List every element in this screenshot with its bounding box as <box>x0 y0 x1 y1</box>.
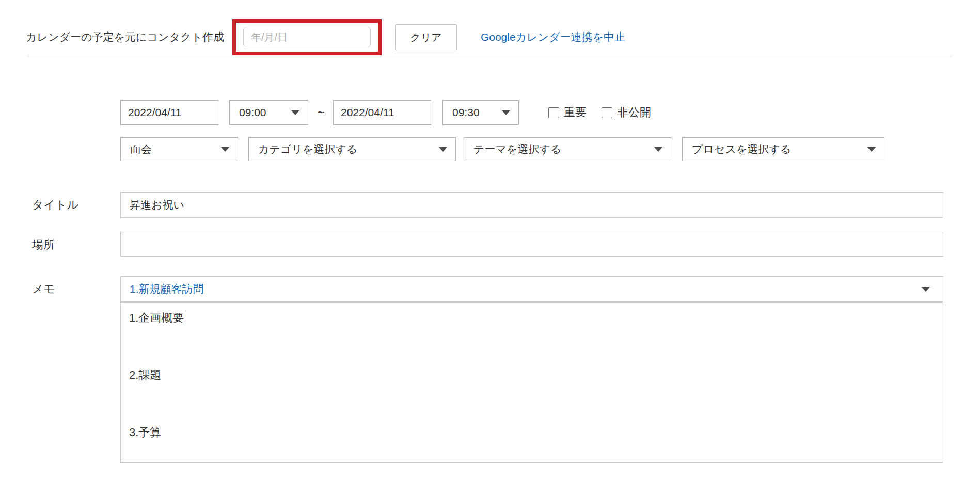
memo-template-select[interactable]: 1.新規顧客訪問 <box>120 276 943 302</box>
stop-google-sync-link[interactable]: Googleカレンダー連携を中止 <box>481 30 625 44</box>
calendar-import-label: カレンダーの予定を元にコンタクト作成 <box>26 30 224 44</box>
end-date-input[interactable] <box>333 100 431 125</box>
end-time-value: 09:30 <box>452 106 480 119</box>
calendar-date-input[interactable] <box>243 27 371 47</box>
contact-type-select[interactable]: 面会 <box>120 137 238 161</box>
category-value: カテゴリを選択する <box>258 142 357 156</box>
category-select[interactable]: カテゴリを選択する <box>248 137 456 161</box>
chevron-down-icon <box>654 147 662 152</box>
important-checkbox[interactable] <box>548 107 559 118</box>
process-select[interactable]: プロセスを選択する <box>682 137 884 161</box>
start-date-input[interactable] <box>120 100 218 125</box>
schedule-label-spacer <box>0 100 120 105</box>
location-input[interactable] <box>120 232 943 257</box>
end-time-select[interactable]: 09:30 <box>442 100 519 125</box>
highlight-annotation-box <box>232 19 382 55</box>
schedule-row: 09:00 ~ 09:30 重要 非公開 <box>0 100 980 125</box>
location-content <box>120 232 943 257</box>
flag-checkboxes: 重要 非公開 <box>548 105 651 120</box>
memo-template-value: 1.新規顧客訪問 <box>130 282 204 296</box>
memo-row: メモ 1.新規顧客訪問 1.企画概要 2.課題 3.予算 <box>0 276 980 463</box>
chevron-down-icon <box>291 110 299 115</box>
chevron-down-icon <box>867 147 876 152</box>
location-row: 場所 <box>0 232 980 257</box>
theme-select[interactable]: テーマを選択する <box>464 137 671 161</box>
memo-content: 1.新規顧客訪問 1.企画概要 2.課題 3.予算 <box>120 276 943 463</box>
classification-row: 面会 カテゴリを選択する テーマを選択する プロセスを選択する <box>0 137 980 161</box>
important-check-item[interactable]: 重要 <box>548 105 587 120</box>
important-label: 重要 <box>564 105 587 120</box>
title-content <box>120 192 943 218</box>
theme-value: テーマを選択する <box>473 142 561 156</box>
private-check-item[interactable]: 非公開 <box>602 105 651 120</box>
classification-controls: 面会 カテゴリを選択する テーマを選択する プロセスを選択する <box>120 137 884 161</box>
private-checkbox[interactable] <box>602 107 612 118</box>
chevron-down-icon <box>502 110 510 115</box>
clear-button[interactable]: クリア <box>395 24 457 50</box>
process-value: プロセスを選択する <box>692 142 791 156</box>
title-row: タイトル <box>0 192 980 218</box>
contact-type-value: 面会 <box>130 142 152 156</box>
private-label: 非公開 <box>617 105 651 120</box>
memo-textarea[interactable]: 1.企画概要 2.課題 3.予算 <box>120 302 943 463</box>
start-time-value: 09:00 <box>239 106 266 119</box>
title-input[interactable] <box>120 192 943 218</box>
location-label: 場所 <box>0 232 120 252</box>
calendar-import-header: カレンダーの予定を元にコンタクト作成 クリア Googleカレンダー連携を中止 <box>0 0 980 56</box>
schedule-controls: 09:00 ~ 09:30 重要 非公開 <box>120 100 651 125</box>
classification-label-spacer <box>0 137 120 142</box>
contact-create-form: カレンダーの予定を元にコンタクト作成 クリア Googleカレンダー連携を中止 … <box>0 0 980 478</box>
chevron-down-icon <box>221 147 229 152</box>
memo-label: メモ <box>0 276 120 297</box>
chevron-down-icon <box>922 287 930 292</box>
title-label: タイトル <box>0 192 120 213</box>
header-divider <box>27 56 953 56</box>
start-time-select[interactable]: 09:00 <box>229 100 308 125</box>
date-range-separator: ~ <box>318 105 325 120</box>
chevron-down-icon <box>439 147 447 152</box>
